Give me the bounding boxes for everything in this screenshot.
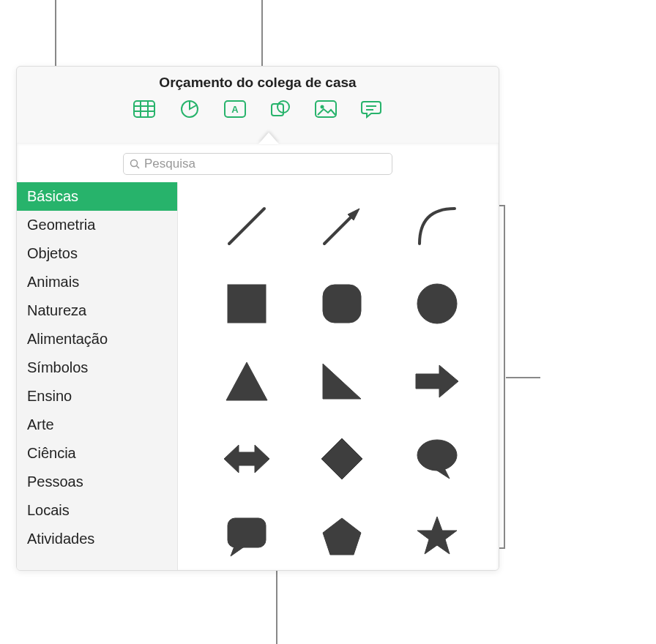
sidebar-item-geometria[interactable]: Geometria: [17, 211, 177, 239]
sidebar-item-label: Pessoas: [27, 473, 83, 490]
sidebar-item-label: Ensino: [27, 388, 72, 404]
svg-point-27: [417, 440, 457, 471]
svg-point-14: [131, 160, 138, 167]
svg-point-11: [321, 105, 324, 109]
table-icon[interactable]: [130, 98, 158, 120]
sidebar-item-label: Locais: [27, 502, 70, 518]
search-input[interactable]: [144, 157, 386, 171]
sidebar-item-ensino[interactable]: Ensino: [17, 382, 177, 411]
shape-arrow-line[interactable]: [313, 197, 371, 255]
app-window: Orçamento do colega de casa A: [16, 66, 499, 571]
svg-rect-20: [323, 285, 361, 323]
sidebar-item-label: Geometria: [27, 217, 95, 233]
toolbar: A: [17, 95, 499, 130]
svg-marker-31: [323, 518, 361, 555]
sidebar-item-label: Ciência: [27, 445, 76, 461]
shape-grid: [178, 182, 499, 570]
sidebar-item-label: Objetos: [27, 245, 78, 261]
sidebar-item-label: Atividades: [27, 531, 94, 547]
shape-curve[interactable]: [408, 197, 466, 255]
shape-arrow-right[interactable]: [408, 352, 466, 411]
sidebar-item-basicas[interactable]: Básicas: [17, 182, 177, 211]
svg-marker-22: [226, 362, 267, 400]
sidebar-item-atividades[interactable]: Atividades: [17, 525, 177, 553]
svg-marker-32: [417, 517, 457, 554]
svg-line-15: [137, 166, 140, 169]
sidebar-item-arte[interactable]: Arte: [17, 411, 177, 439]
sidebar-item-natureza[interactable]: Natureza: [17, 296, 177, 325]
sidebar-item-label: Natureza: [27, 302, 86, 318]
sidebar-item-ciencia[interactable]: Ciência: [17, 439, 177, 468]
sidebar-item-simbolos[interactable]: Símbolos: [17, 353, 177, 382]
shape-star[interactable]: [408, 507, 466, 566]
sidebar-item-pessoas[interactable]: Pessoas: [17, 468, 177, 496]
chart-icon[interactable]: [176, 98, 204, 120]
sidebar-item-objetos[interactable]: Objetos: [17, 239, 177, 268]
shape-triangle[interactable]: [217, 352, 276, 411]
svg-rect-0: [134, 101, 154, 117]
sidebar-item-animais[interactable]: Animais: [17, 268, 177, 296]
shape-icon[interactable]: [266, 98, 294, 120]
svg-rect-29: [228, 518, 266, 547]
shape-diamond[interactable]: [313, 430, 371, 488]
sidebar-item-label: Alimentação: [27, 331, 108, 347]
shape-line[interactable]: [217, 197, 276, 255]
sidebar-item-alimentacao[interactable]: Alimentação: [17, 325, 177, 353]
callout-line: [506, 377, 540, 378]
shape-square[interactable]: [217, 274, 276, 333]
sidebar-item-locais[interactable]: Locais: [17, 496, 177, 525]
shape-category-sidebar: Básicas Geometria Objetos Animais Nature…: [17, 182, 178, 570]
shape-speech-bubble-square[interactable]: [217, 507, 276, 566]
callout-line: [276, 569, 277, 644]
shape-speech-bubble-round[interactable]: [408, 430, 466, 488]
svg-marker-24: [416, 365, 458, 397]
shape-rounded-square[interactable]: [313, 274, 371, 333]
svg-text:A: A: [231, 104, 239, 115]
svg-rect-19: [228, 285, 266, 323]
svg-marker-23: [323, 364, 361, 399]
sidebar-item-label: Símbolos: [27, 359, 88, 375]
shapes-popover: Básicas Geometria Objetos Animais Nature…: [17, 143, 499, 570]
svg-point-21: [417, 284, 457, 323]
shape-pentagon[interactable]: [313, 507, 371, 566]
comment-icon[interactable]: [357, 98, 385, 120]
popover-arrow: [258, 132, 279, 144]
svg-marker-25: [224, 445, 269, 473]
shape-right-triangle[interactable]: [313, 352, 371, 411]
window-title: Orçamento do colega de casa: [17, 67, 499, 95]
media-icon[interactable]: [312, 98, 340, 120]
svg-marker-26: [321, 438, 362, 479]
svg-line-16: [229, 209, 264, 244]
text-box-icon[interactable]: A: [221, 98, 249, 120]
sidebar-item-label: Animais: [27, 274, 79, 290]
search-row: [17, 143, 499, 182]
sidebar-item-label: Básicas: [27, 188, 78, 204]
shape-arrow-left-right[interactable]: [217, 430, 276, 488]
search-icon: [130, 159, 140, 169]
sidebar-item-label: Arte: [27, 416, 54, 433]
popover-body: Básicas Geometria Objetos Animais Nature…: [17, 182, 499, 570]
search-field[interactable]: [123, 153, 392, 175]
shape-circle[interactable]: [408, 274, 466, 333]
